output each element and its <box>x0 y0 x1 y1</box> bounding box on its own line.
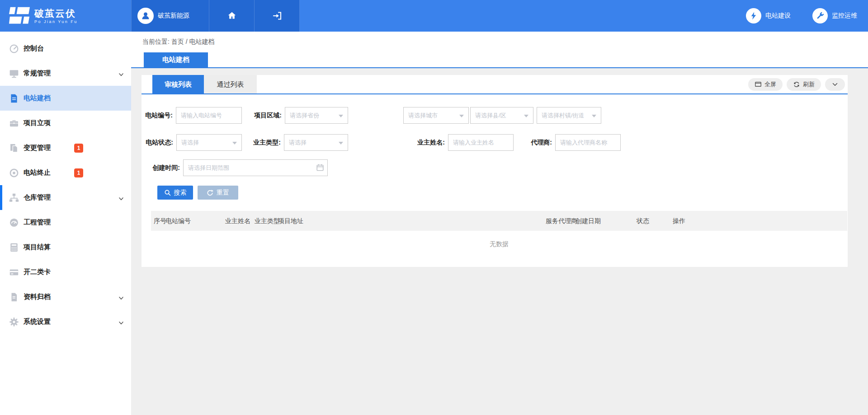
agent-field: 代理商: <box>555 134 621 151</box>
sidebar-item-project-initiation[interactable]: 项目立项 <box>0 111 131 135</box>
owner-name-label: 业主姓名: <box>417 134 445 151</box>
chevron-down-icon <box>118 195 124 201</box>
agent-input[interactable] <box>555 134 621 151</box>
sidebar-item-station-termination[interactable]: 电站终止 1 <box>0 160 131 185</box>
page-tab-station-filing[interactable]: 电站建档 <box>144 52 208 67</box>
sidebar-item-engineering-management[interactable]: 工程管理 <box>0 210 131 235</box>
agent-label: 代理商: <box>531 134 552 151</box>
sidebar-item-station-filing[interactable]: 电站建档 <box>0 86 131 111</box>
brand-logo[interactable]: 破茧云伏 Po Jian Yun Fu <box>0 0 131 32</box>
col-address: 项目地址 <box>278 211 303 231</box>
copy-pages-icon <box>9 143 19 153</box>
monitor-icon <box>9 69 19 79</box>
table-header: 序号 电站编号 业主姓名 业主类型 项目地址 服务代理商 创建日期 状态 操作 <box>151 211 847 231</box>
reset-button[interactable]: 重置 <box>198 186 238 200</box>
refresh-button[interactable]: 刷新 <box>787 78 821 91</box>
notification-badge: 1 <box>74 168 83 177</box>
company-name: 破茧新能源 <box>158 12 189 20</box>
col-actions: 操作 <box>673 211 685 231</box>
module-monitoring[interactable]: 监控运维 <box>812 8 857 23</box>
search-icon <box>164 189 171 196</box>
chevron-down-icon <box>118 319 124 325</box>
calculator-icon <box>9 242 19 252</box>
archive-document-icon <box>9 292 19 302</box>
breadcrumb-home[interactable]: 首页 <box>171 38 184 45</box>
village-select[interactable]: 请选择村镇/街道 <box>537 107 601 124</box>
sidebar-item-data-archiving[interactable]: 资料归档 <box>0 284 131 309</box>
col-created-date: 创建日期 <box>576 211 601 231</box>
module-station-construction[interactable]: 电站建设 <box>746 8 791 23</box>
dashboard-gauge-icon <box>9 44 19 54</box>
brand-logo-icon <box>9 7 30 25</box>
speedometer-icon <box>9 218 19 228</box>
sidebar-item-system-settings[interactable]: 系统设置 <box>0 309 131 334</box>
sidebar-item-open-type2-card[interactable]: 开二类卡 <box>0 260 131 284</box>
region-city-field: 请选择城市 <box>403 107 469 124</box>
avatar-icon <box>137 8 154 24</box>
station-status-field: 电站状态: 请选择 <box>176 134 242 151</box>
col-index: 序号 <box>154 211 166 231</box>
chevron-down-icon <box>118 294 124 300</box>
county-select[interactable]: 请选择县/区 <box>470 107 533 124</box>
fullscreen-button[interactable]: 全屏 <box>748 78 783 91</box>
search-button[interactable]: 搜索 <box>157 186 193 200</box>
created-time-label: 创建时间: <box>152 159 180 176</box>
owner-type-label: 业主类型: <box>253 134 281 151</box>
col-status: 状态 <box>637 211 649 231</box>
breadcrumb-current: 电站建档 <box>189 38 214 45</box>
wrench-icon <box>812 8 828 23</box>
breadcrumb: 当前位置: 首页 / 电站建档 <box>142 38 214 46</box>
sidebar-item-project-settlement[interactable]: 项目结算 <box>0 235 131 260</box>
owner-type-field: 业主类型: 请选择 <box>284 134 348 151</box>
sidebar: 控制台 常规管理 电站建档 项目立项 <box>0 32 131 415</box>
col-agent: 服务代理商 <box>546 211 577 231</box>
date-range-input[interactable] <box>183 159 328 176</box>
sidebar-item-console[interactable]: 控制台 <box>0 36 131 61</box>
breadcrumb-label: 当前位置: <box>142 38 170 45</box>
owner-type-select[interactable]: 请选择 <box>284 134 348 151</box>
station-status-select[interactable]: 请选择 <box>176 134 242 151</box>
station-status-label: 电站状态: <box>146 134 173 151</box>
region-village-field: 请选择村镇/街道 <box>537 107 601 124</box>
owner-name-input[interactable] <box>448 134 514 151</box>
sign-in-arrow-icon <box>272 11 282 21</box>
sidebar-item-general-management[interactable]: 常规管理 <box>0 61 131 86</box>
brand-subtitle: Po Jian Yun Fu <box>34 19 78 24</box>
lightning-icon <box>746 8 761 23</box>
region-province-field: 项目区域: 请选择省份 <box>285 107 348 124</box>
station-no-label: 电站编号: <box>145 107 173 124</box>
city-select[interactable]: 请选择城市 <box>403 107 469 124</box>
reset-refresh-icon <box>207 189 214 196</box>
province-select[interactable]: 请选择省份 <box>285 107 348 124</box>
sidebar-item-change-management[interactable]: 变更管理 1 <box>0 135 131 160</box>
breadcrumb-separator: / <box>186 38 188 45</box>
home-icon <box>227 11 237 21</box>
logout-button[interactable] <box>255 0 300 32</box>
document-icon <box>9 93 19 103</box>
fullscreen-icon <box>755 81 762 88</box>
main-area: 当前位置: 首页 / 电站建档 电站建档 审核列表 通过列表 全屏 <box>131 32 868 415</box>
briefcase-icon <box>9 118 19 128</box>
owner-name-field: 业主姓名: <box>448 134 514 151</box>
empty-state: 无数据 <box>151 234 847 254</box>
top-header: 破茧云伏 Po Jian Yun Fu 破茧新能源 <box>0 0 868 32</box>
collapse-toolbar-button[interactable] <box>825 78 845 91</box>
record-circle-icon <box>9 168 19 178</box>
col-owner-name: 业主姓名 <box>225 211 250 231</box>
tab-review-list[interactable]: 审核列表 <box>152 75 204 93</box>
refresh-icon <box>793 81 800 88</box>
col-station-no: 电站编号 <box>165 211 191 231</box>
app-window: 破茧云伏 Po Jian Yun Fu 破茧新能源 <box>0 0 868 415</box>
tab-passed-list[interactable]: 通过列表 <box>204 75 257 93</box>
chevron-down-icon <box>831 81 839 88</box>
notification-badge: 1 <box>74 144 83 153</box>
station-no-input[interactable] <box>176 107 242 124</box>
bank-card-icon <box>9 267 19 277</box>
station-filing-panel: 审核列表 通过列表 全屏 刷新 <box>142 75 848 267</box>
user-menu[interactable]: 破茧新能源 <box>131 0 209 32</box>
sidebar-item-warehouse-management[interactable]: 仓库管理 <box>0 185 131 210</box>
chevron-down-icon <box>118 71 124 76</box>
gear-icon <box>9 317 19 327</box>
region-label: 项目区域: <box>254 107 282 124</box>
home-button[interactable] <box>209 0 255 32</box>
